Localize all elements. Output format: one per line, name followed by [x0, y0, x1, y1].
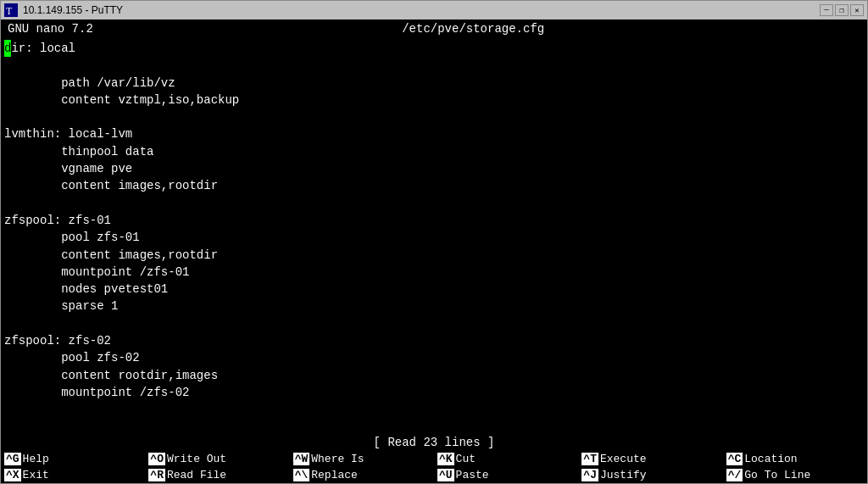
editor-line: mountpoint /zfs-01 — [1, 264, 867, 281]
shortcut-label-gotoline: Go To Line — [744, 469, 810, 481]
shortcut-location[interactable]: ^C Location — [723, 451, 867, 467]
shortcut-where-is[interactable]: ^W Where Is — [290, 451, 434, 467]
shortcut-label-paste: Paste — [456, 469, 489, 481]
editor-line: lvmthin: local-lvm — [1, 125, 867, 142]
shortcut-label-execute: Execute — [600, 453, 647, 465]
minimize-button[interactable]: — — [820, 4, 833, 16]
editor-line: path /var/lib/vz — [1, 75, 867, 92]
shortcut-key-execute: ^T — [581, 453, 598, 465]
nano-container: GNU nano 7.2 /etc/pve/storage.cfg dir: l… — [1, 19, 867, 483]
shortcut-key-exit: ^X — [4, 469, 21, 481]
shortcut-bar: ^G Help ^O Write Out ^W Where Is ^K Cut … — [1, 451, 867, 483]
shortcut-label-replace: Replace — [311, 469, 358, 481]
shortcut-key-writeout: ^O — [148, 453, 165, 465]
svg-text:T: T — [6, 5, 13, 17]
shortcut-cut[interactable]: ^K Cut — [434, 451, 578, 467]
shortcut-read-file[interactable]: ^R Read File — [145, 467, 289, 483]
editor-line: pool zfs-02 — [1, 349, 867, 366]
editor-line — [1, 108, 867, 125]
editor-line — [1, 195, 867, 212]
shortcut-execute[interactable]: ^T Execute — [578, 451, 722, 467]
shortcut-label-justify: Justify — [600, 469, 647, 481]
shortcut-key-location: ^C — [726, 453, 743, 465]
title-bar-left: T 10.1.149.155 - PuTTY — [4, 3, 123, 17]
editor-line: content images,rootdir — [1, 247, 867, 264]
nano-header: GNU nano 7.2 /etc/pve/storage.cfg — [1, 19, 867, 38]
shortcut-key-gotoline: ^/ — [726, 469, 743, 481]
shortcut-replace[interactable]: ^\ Replace — [290, 467, 434, 483]
status-message: [ Read 23 lines ] — [374, 436, 495, 449]
shortcut-key-replace: ^\ — [293, 469, 310, 481]
editor-line: dir: local — [1, 40, 867, 57]
editor-line: nodes pvetest01 — [1, 281, 867, 298]
editor-line: zfspool: zfs-02 — [1, 332, 867, 349]
shortcut-label-readfile: Read File — [167, 469, 226, 481]
shortcut-key-whereis: ^W — [293, 453, 310, 465]
window-title: 10.1.149.155 - PuTTY — [23, 4, 123, 16]
window-controls: — ❐ ✕ — [820, 4, 864, 16]
close-button[interactable]: ✕ — [850, 4, 864, 16]
shortcut-key-help: ^G — [4, 453, 21, 465]
editor-line: pool zfs-01 — [1, 229, 867, 246]
editor-line — [1, 57, 867, 74]
shortcut-key-justify: ^J — [581, 469, 598, 481]
shortcut-paste[interactable]: ^U Paste — [434, 467, 578, 483]
shortcut-write-out[interactable]: ^O Write Out — [145, 451, 289, 467]
nano-filename: /etc/pve/storage.cfg — [93, 22, 854, 36]
shortcut-label-writeout: Write Out — [167, 453, 226, 465]
editor-line: content images,rootdir — [1, 177, 867, 194]
editor-line: content vztmpl,iso,backup — [1, 92, 867, 108]
editor-line: mountpoint /zfs-02 — [1, 384, 867, 401]
nano-app-name: GNU nano 7.2 — [8, 22, 93, 36]
editor-line: thinpool data — [1, 143, 867, 160]
shortcut-label-whereis: Where Is — [311, 453, 364, 465]
title-bar: T 10.1.149.155 - PuTTY — ❐ ✕ — [1, 1, 867, 19]
putty-icon: T — [4, 3, 18, 17]
shortcut-help[interactable]: ^G Help — [1, 451, 145, 467]
status-bar: [ Read 23 lines ] — [1, 434, 867, 451]
editor-line — [1, 315, 867, 332]
restore-button[interactable]: ❐ — [835, 4, 849, 16]
shortcut-label-help: Help — [23, 453, 49, 465]
shortcut-key-readfile: ^R — [148, 469, 165, 481]
shortcut-key-paste: ^U — [437, 469, 454, 481]
shortcut-go-to-line[interactable]: ^/ Go To Line — [723, 467, 867, 483]
editor-line: vgname pve — [1, 160, 867, 177]
shortcut-label-location: Location — [744, 453, 797, 465]
shortcut-justify[interactable]: ^J Justify — [578, 467, 722, 483]
putty-window: T 10.1.149.155 - PuTTY — ❐ ✕ GNU nano 7.… — [0, 0, 868, 484]
shortcut-exit[interactable]: ^X Exit — [1, 467, 145, 483]
cursor: d — [4, 40, 11, 57]
shortcut-key-cut: ^K — [437, 453, 454, 465]
editor-line: sparse 1 — [1, 298, 867, 314]
editor-line: zfspool: zfs-01 — [1, 212, 867, 229]
editor-area[interactable]: dir: local path /var/lib/vz content vztm… — [1, 38, 867, 434]
nano-modified — [854, 22, 860, 36]
shortcut-label-exit: Exit — [23, 469, 49, 481]
shortcut-label-cut: Cut — [456, 453, 476, 465]
editor-line: content rootdir,images — [1, 367, 867, 384]
